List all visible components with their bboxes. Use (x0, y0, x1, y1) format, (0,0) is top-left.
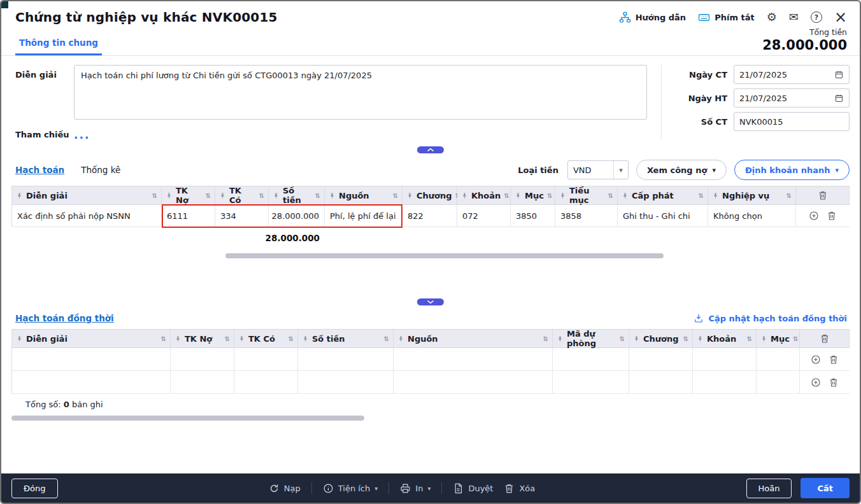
sort-icon[interactable]: ⇅ (152, 192, 157, 199)
sort-icon[interactable]: ⇅ (393, 192, 398, 199)
column-header-khoan[interactable]: Khoản⇅ (457, 186, 511, 205)
so-ct-input[interactable] (739, 117, 844, 127)
column-header-dien-giai[interactable]: Diễn giải⇅ (11, 329, 171, 348)
sort-icon[interactable]: ⇅ (608, 192, 613, 199)
collapse-header-button[interactable] (417, 146, 444, 153)
quick-entry-button[interactable]: Định khoản nhanh ▾ (734, 160, 850, 180)
sort-icon[interactable]: ⇅ (786, 192, 792, 199)
sort-icon[interactable]: ⇅ (259, 192, 264, 199)
column-header-dien-giai[interactable]: Diễn giải⇅ (11, 186, 162, 205)
pin-icon (760, 335, 767, 342)
close-icon[interactable]: × (834, 11, 847, 23)
column-header-tieu-muc[interactable]: Tiểu mục⇅ (555, 186, 618, 205)
ngay-ht-field[interactable] (734, 88, 850, 108)
sort-icon[interactable]: ⇅ (225, 335, 230, 342)
cell-nghiep-vu[interactable]: Không chọn (708, 205, 796, 227)
column-header-nguon[interactable]: Nguồn⇅ (325, 186, 402, 205)
help-icon[interactable]: ? (811, 11, 822, 23)
view-debt-button[interactable]: Xem công nợ ▾ (636, 160, 727, 180)
so-ct-field[interactable] (734, 112, 850, 131)
mail-icon[interactable]: ✉ (789, 11, 799, 23)
sort-icon[interactable]: ⇅ (747, 335, 752, 342)
cell-chuong[interactable]: 822 (402, 205, 457, 227)
cell-nguon[interactable]: Phí, lệ phí để lại (325, 205, 402, 227)
add-row-icon[interactable] (811, 377, 821, 388)
cell-dien-giai[interactable]: Xác định số phải nộp NSNN (11, 205, 162, 227)
cell-muc[interactable]: 3850 (511, 205, 555, 227)
column-header-khoan[interactable]: Khoản⇅ (693, 329, 757, 348)
simultaneous-title-link[interactable]: Hạch toán đồng thời (15, 313, 114, 323)
sort-icon[interactable]: ⇅ (315, 192, 320, 199)
ngay-ct-input[interactable] (739, 70, 834, 80)
guide-button[interactable]: Hướng dẫn (619, 11, 687, 24)
column-header-muc[interactable]: Mục⇅ (757, 329, 800, 348)
utilities-button[interactable]: Tiện ích ▾ (323, 483, 378, 494)
column-header-chuong[interactable]: Chương⇅ (402, 186, 457, 205)
horizontal-scrollbar-thumb[interactable] (225, 253, 664, 258)
sort-icon[interactable]: ⇅ (161, 335, 166, 342)
sort-icon[interactable]: ⇅ (206, 192, 211, 199)
horizontal-scrollbar-thumb[interactable] (11, 416, 364, 421)
delete-row-icon[interactable] (829, 377, 839, 388)
sort-icon[interactable]: ⇅ (288, 335, 294, 342)
cell-tk-co[interactable]: 334 (215, 205, 269, 227)
sort-icon[interactable]: ⇅ (384, 335, 389, 342)
column-header-tk-no[interactable]: TK Nợ⇅ (171, 329, 234, 348)
cell-khoan[interactable]: 072 (457, 205, 511, 227)
sort-icon[interactable]: ⇅ (504, 192, 509, 199)
cell-so-tien[interactable]: 28.000.000 (269, 205, 325, 227)
calendar-icon[interactable] (834, 94, 844, 103)
sort-icon[interactable]: ⇅ (683, 335, 688, 342)
simultaneous-empty-row[interactable] (11, 348, 850, 371)
reload-button[interactable]: Nạp (269, 483, 301, 494)
pin-icon (166, 192, 173, 199)
sort-icon[interactable]: ⇅ (543, 335, 548, 342)
ngay-ht-input[interactable] (739, 94, 834, 103)
close-button[interactable]: Đóng (11, 479, 58, 498)
column-header-tk-co[interactable]: TK Có⇅ (234, 329, 298, 348)
currency-select[interactable]: VND ▾ (567, 160, 629, 179)
column-header-muc[interactable]: Mục⇅ (511, 186, 555, 205)
delete-row-icon[interactable] (827, 211, 837, 221)
update-simultaneous-button[interactable]: Cập nhật hạch toán đồng thời (694, 313, 847, 323)
description-input[interactable]: Hạch toán chi phí lương từ Chi tiền gửi … (74, 65, 647, 120)
column-header-ma-du-phong[interactable]: Mã dự phòng⇅ (553, 329, 629, 348)
tab-thong-ke[interactable]: Thống kê (81, 165, 120, 175)
pin-icon (406, 192, 413, 199)
delete-all-icon[interactable] (820, 333, 830, 344)
sort-icon[interactable]: ⇅ (620, 335, 625, 342)
accounting-table-row[interactable]: Xác định số phải nộp NSNN 6111 334 28.00… (11, 205, 850, 227)
column-header-nghiep-vu[interactable]: Nghiệp vụ⇅ (708, 186, 796, 205)
column-header-nguon[interactable]: Nguồn⇅ (394, 329, 553, 348)
shortcut-button[interactable]: Phím tắt (698, 11, 755, 24)
tab-general-info[interactable]: Thông tin chung (15, 32, 102, 55)
simultaneous-empty-row[interactable] (11, 371, 850, 394)
cell-tieu-muc[interactable]: 3858 (555, 205, 618, 227)
ngay-ct-field[interactable] (734, 65, 850, 84)
tab-hach-toan[interactable]: Hạch toán (15, 165, 64, 175)
postpone-button[interactable]: Hoãn (746, 479, 792, 498)
add-row-icon[interactable] (811, 354, 821, 365)
delete-row-icon[interactable] (829, 354, 839, 365)
expand-section-button[interactable] (417, 298, 444, 305)
add-row-icon[interactable] (809, 211, 819, 221)
column-header-so-tien[interactable]: Số tiền⇅ (269, 186, 325, 205)
save-button[interactable]: Cất (801, 478, 850, 498)
column-header-tk-no[interactable]: TK Nợ⇅ (162, 186, 215, 205)
column-header-tk-co[interactable]: TK Có⇅ (215, 186, 269, 205)
delete-all-icon[interactable] (818, 190, 828, 200)
calendar-icon[interactable] (834, 70, 844, 80)
sort-icon[interactable]: ⇅ (547, 192, 552, 199)
delete-button[interactable]: Xóa (504, 483, 535, 494)
column-header-cap-phat[interactable]: Cấp phát⇅ (618, 186, 708, 205)
cell-tk-no[interactable]: 6111 (162, 205, 215, 227)
approve-button[interactable]: Duyệt (453, 483, 493, 494)
column-header-so-tien[interactable]: Số tiền⇅ (298, 329, 394, 348)
cell-cap-phat[interactable]: Ghi thu - Ghi chi (618, 205, 708, 227)
column-header-chuong[interactable]: Chương⇅ (629, 329, 693, 348)
reference-more-button[interactable]: ... (74, 132, 90, 138)
settings-gear-icon[interactable]: ⚙ (767, 11, 777, 23)
print-button[interactable]: In ▾ (400, 483, 430, 494)
sort-icon[interactable]: ⇅ (793, 335, 798, 342)
sort-icon[interactable]: ⇅ (699, 192, 704, 199)
